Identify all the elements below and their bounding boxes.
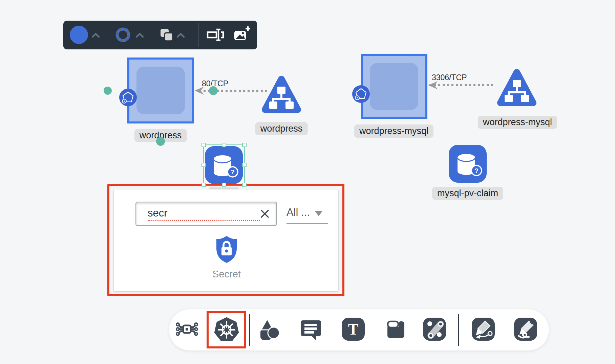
resize-handle[interactable]	[222, 143, 226, 147]
edge-line[interactable]	[429, 84, 495, 86]
svg-text:?: ?	[474, 167, 479, 174]
secret-shield-icon	[214, 235, 239, 264]
chevron-up-icon	[92, 33, 100, 38]
resize-handle[interactable]	[242, 143, 247, 147]
duplicate-button[interactable]	[159, 27, 174, 42]
svg-text:T: T	[348, 321, 359, 338]
stroke-style-expand-button[interactable]	[136, 33, 144, 38]
resize-handle[interactable]	[242, 183, 247, 187]
circuit-board-icon[interactable]	[175, 317, 199, 341]
result-secret-label: Secret	[212, 269, 241, 280]
pen-connector-icon[interactable]	[471, 317, 495, 341]
pvc-node-mysql-pv-claim[interactable]: ?	[449, 145, 487, 183]
pod-badge-icon	[352, 85, 370, 103]
add-image-button[interactable]	[232, 25, 251, 44]
node-label-wordpress-mysql-service[interactable]: wordpress-mysql	[478, 116, 557, 129]
deployment-node-wordpress-mysql[interactable]	[361, 54, 427, 119]
dropdown-underline	[287, 223, 328, 224]
selection-outline	[203, 144, 245, 185]
text-width-icon	[206, 25, 225, 44]
connection-handle[interactable]	[156, 137, 165, 146]
node-label-wordpress-mysql-deployment[interactable]: wordpress-mysql	[354, 124, 433, 138]
pencil-draw-icon[interactable]	[513, 317, 538, 341]
kubernetes-icon[interactable]	[214, 317, 239, 343]
toolbar-divider	[249, 314, 250, 346]
resize-handle[interactable]	[242, 163, 247, 167]
result-secret[interactable]	[214, 235, 239, 265]
chain-link-icon[interactable]	[422, 317, 447, 341]
connection-handle[interactable]	[104, 87, 112, 95]
deployment-inner-shape	[136, 67, 185, 114]
resize-handle[interactable]	[202, 183, 206, 187]
chevron-down-icon	[315, 211, 322, 216]
search-input[interactable]: secr	[135, 202, 277, 226]
stroke-style-ring-icon	[115, 27, 131, 43]
node-label-wordpress-service[interactable]: wordpress	[255, 122, 308, 135]
service-node-wordpress[interactable]	[259, 72, 304, 117]
fill-color-circle-icon	[70, 26, 88, 44]
deployment-inner-shape	[370, 63, 418, 110]
resize-handle[interactable]	[202, 143, 206, 147]
shapes-icon[interactable]	[257, 317, 281, 341]
frame-icon[interactable]	[383, 317, 408, 341]
edge-endpoint-handle[interactable]	[209, 86, 218, 95]
duplicate-expand-button[interactable]	[177, 33, 185, 38]
text-width-button[interactable]	[206, 25, 225, 44]
toolbar-divider	[458, 314, 459, 346]
filter-dropdown[interactable]: All ...	[287, 206, 310, 219]
resize-handle[interactable]	[202, 163, 206, 167]
comment-icon[interactable]	[299, 317, 323, 341]
add-image-icon	[232, 25, 251, 44]
service-node-wordpress-mysql[interactable]	[494, 65, 539, 110]
volume-claim-icon: ?	[449, 145, 487, 183]
resize-handle[interactable]	[222, 183, 226, 187]
arrowhead-icon	[194, 86, 204, 95]
search-query-text: secr	[148, 207, 260, 221]
text-icon[interactable]: T	[341, 317, 365, 341]
clear-search-icon[interactable]	[260, 209, 270, 219]
pod-badge-icon	[119, 89, 137, 106]
fill-color-button[interactable]	[70, 26, 88, 44]
stroke-style-button[interactable]	[115, 27, 131, 43]
shape-picker-panel: secr All ... Secret	[114, 189, 338, 291]
chevron-up-icon	[177, 33, 185, 38]
duplicate-shapes-icon	[159, 27, 174, 42]
style-toolbar	[63, 21, 257, 49]
chevron-up-icon	[136, 33, 144, 38]
fill-color-expand-button[interactable]	[92, 33, 100, 38]
deployment-node-wordpress[interactable]	[127, 58, 194, 123]
toolbar-divider	[198, 23, 199, 47]
node-label-mysql-pv-claim[interactable]: mysql-pv-claim	[432, 187, 503, 200]
arrowhead-icon	[427, 81, 438, 90]
